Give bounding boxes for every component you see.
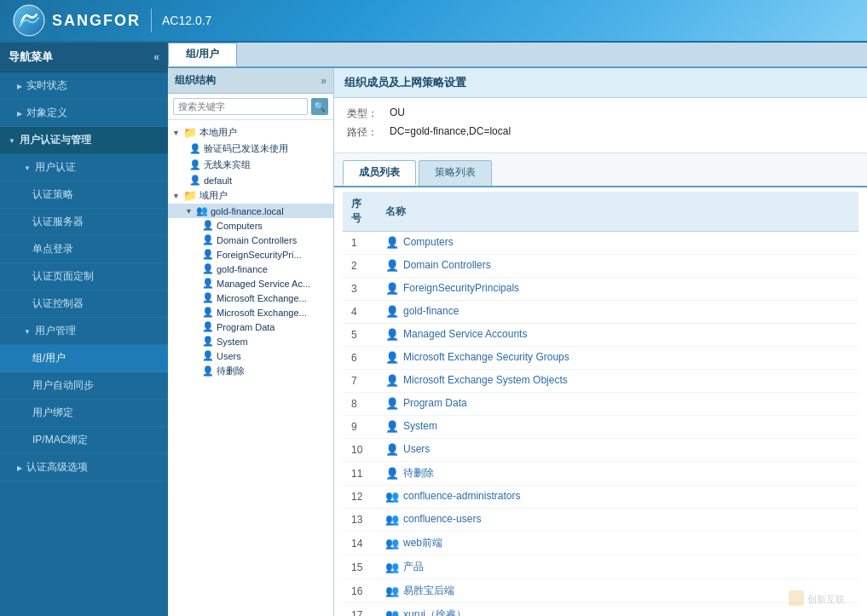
cell-name[interactable]: 👥产品 — [377, 556, 858, 579]
sidebar-item-label: 实时状态 — [26, 78, 67, 93]
sidebar-item-group-user[interactable]: 组/用户 — [0, 345, 168, 372]
tree-panel-title: 组织结构 — [175, 73, 216, 88]
sidebar-item-label: 认证策略 — [32, 187, 73, 202]
sidebar-item-ip-mac-bind[interactable]: IP/MAC绑定 — [0, 427, 168, 454]
sidebar-item-usermgmt[interactable]: 用户管理 — [0, 318, 168, 345]
cell-no: 10 — [343, 439, 377, 462]
cell-name[interactable]: 👤Microsoft Exchange System Objects — [377, 370, 858, 393]
user-icon: 👤 — [202, 336, 214, 347]
table-row: 10👤Users — [343, 439, 858, 462]
sidebar-item-auth-server[interactable]: 认证服务器 — [0, 209, 168, 236]
sidebar-item-auth-page[interactable]: 认证页面定制 — [0, 263, 168, 291]
tree-node-exchange-security[interactable]: 👤 Microsoft Exchange... — [168, 291, 333, 305]
tree-node-verification-sent[interactable]: 👤 验证码已发送未使用 — [168, 141, 333, 157]
tree-node-domain-controllers[interactable]: 👤 Domain Controllers — [168, 233, 333, 247]
table-row: 2👤Domain Controllers — [343, 255, 858, 278]
sidebar-item-userauth[interactable]: 用户认证 — [0, 154, 168, 181]
cell-name[interactable]: 👥confluence-administrators — [377, 486, 858, 509]
cell-no: 6 — [343, 347, 377, 370]
cell-name[interactable]: 👤Domain Controllers — [377, 255, 858, 278]
tab-group-user[interactable]: 组/用户 — [168, 43, 237, 66]
tree-node-exchange-system[interactable]: 👤 Microsoft Exchange... — [168, 305, 333, 320]
cell-name[interactable]: 👥web前端 — [377, 532, 858, 556]
path-value: DC=gold-finance,DC=local — [390, 125, 511, 140]
tree-node-domain-users[interactable]: ▼ 📁 域用户 — [168, 187, 333, 204]
col-header-name: 名称 — [377, 192, 858, 232]
expand-icon — [24, 326, 31, 336]
tree-node-managed-service[interactable]: 👤 Managed Service Ac... — [168, 276, 333, 291]
cell-name[interactable]: 👤Microsoft Exchange Security Groups — [377, 347, 858, 370]
cell-name[interactable]: 👤Program Data — [377, 393, 858, 416]
cell-no: 12 — [343, 486, 377, 509]
expand-arrow: ▼ — [172, 129, 181, 137]
sidebar-header: 导航菜单 « — [0, 43, 168, 72]
user-icon: 👤 — [385, 259, 399, 273]
sidebar-item-objectdef[interactable]: 对象定义 — [0, 100, 168, 127]
tree-node-pending-delete[interactable]: 👤 待删除 — [168, 363, 333, 379]
user-icon: 👤 — [385, 328, 399, 342]
table-row: 12👥confluence-administrators — [343, 486, 858, 509]
tree-node-label: gold-finance.local — [211, 206, 284, 216]
member-name: gold-finance — [403, 305, 459, 317]
table-row: 16👥易胜宝后端 — [343, 579, 858, 603]
tree-node-users[interactable]: 👤 Users — [168, 348, 333, 363]
tree-node-gold-finance-local[interactable]: ▼ 👥 gold-finance.local — [168, 204, 333, 218]
table-header-row: 序号 名称 — [343, 192, 858, 232]
sidebar-collapse-icon[interactable]: « — [153, 51, 159, 63]
tree-panel: 组织结构 » 🔍 ▼ 📁 本地用户 👤 验证码已发送 — [168, 68, 334, 616]
tree-node-program-data[interactable]: 👤 Program Data — [168, 320, 333, 334]
tree-node-system[interactable]: 👤 System — [168, 334, 333, 348]
sidebar-item-auth-policy[interactable]: 认证策略 — [0, 181, 168, 209]
tree-node-label: 无线来宾组 — [204, 158, 251, 171]
cell-name[interactable]: 👤System — [377, 416, 858, 439]
cell-name[interactable]: 👤Managed Service Accounts — [377, 324, 858, 347]
sangfor-logo-icon — [13, 4, 45, 37]
cell-name[interactable]: 👥xurui（徐睿） — [377, 603, 858, 617]
tree-node-gold-finance[interactable]: 👤 gold-finance — [168, 262, 333, 276]
cell-name[interactable]: 👤gold-finance — [377, 301, 858, 324]
expand-icon — [17, 463, 22, 472]
cell-no: 5 — [343, 324, 377, 347]
user-icon: 👤 — [189, 159, 201, 170]
sidebar-title: 导航菜单 — [9, 49, 53, 65]
search-input[interactable] — [173, 98, 308, 115]
cell-name[interactable]: 👤ForeignSecurityPrincipals — [377, 278, 858, 301]
sidebar-item-user-bind[interactable]: 用户绑定 — [0, 400, 168, 427]
table-row: 1👤Computers — [343, 232, 858, 255]
tree-node-computers[interactable]: 👤 Computers — [168, 218, 333, 233]
cell-name[interactable]: 👥confluence-users — [377, 509, 858, 532]
tree-panel-collapse-icon[interactable]: » — [321, 75, 327, 87]
two-panel: 组织结构 » 🔍 ▼ 📁 本地用户 👤 验证码已发送 — [168, 68, 867, 616]
sub-tab-policies[interactable]: 策略列表 — [419, 160, 492, 186]
sub-tab-members[interactable]: 成员列表 — [343, 160, 416, 186]
cell-name[interactable]: 👥易胜宝后端 — [377, 579, 858, 603]
tree-panel-header: 组织结构 » — [168, 68, 333, 94]
sidebar-item-userauth-section[interactable]: 用户认证与管理 — [0, 127, 168, 154]
member-name: Computers — [403, 236, 454, 248]
sidebar-item-sso[interactable]: 单点登录 — [0, 236, 168, 263]
tree-node-wireless[interactable]: 👤 无线来宾组 — [168, 157, 333, 173]
tree-node-foreign-security[interactable]: 👤 ForeignSecurityPri... — [168, 247, 333, 262]
search-button[interactable]: 🔍 — [311, 98, 328, 115]
sidebar-item-user-sync[interactable]: 用户自动同步 — [0, 372, 168, 400]
tree-node-default[interactable]: 👤 default — [168, 173, 333, 187]
user-icon: 👤 — [202, 350, 214, 361]
sidebar-item-auth-controller[interactable]: 认证控制器 — [0, 291, 168, 318]
sidebar-item-advanced-auth[interactable]: 认证高级选项 — [0, 454, 168, 481]
cell-name[interactable]: 👤Users — [377, 439, 858, 462]
table-row: 15👥产品 — [343, 556, 858, 579]
tree-node-local-users[interactable]: ▼ 📁 本地用户 — [168, 124, 333, 141]
members-table: 序号 名称 1👤Computers2👤Domain Controllers3👤F… — [343, 192, 858, 616]
group-icon: 👥 — [385, 584, 399, 598]
table-row: 9👤System — [343, 416, 858, 439]
sidebar-item-realtime[interactable]: 实时状态 — [0, 72, 168, 100]
cell-name[interactable]: 👤待删除 — [377, 462, 858, 486]
member-name: confluence-users — [403, 513, 481, 525]
table-container: 序号 名称 1👤Computers2👤Domain Controllers3👤F… — [334, 187, 867, 616]
sidebar-item-label: 对象定义 — [26, 106, 67, 120]
cell-no: 11 — [343, 462, 377, 486]
tree-node-label: 域用户 — [199, 189, 228, 202]
cell-name[interactable]: 👤Computers — [377, 232, 858, 255]
sidebar-item-label: 用户管理 — [35, 324, 76, 338]
member-name: 易胜宝后端 — [403, 584, 454, 596]
